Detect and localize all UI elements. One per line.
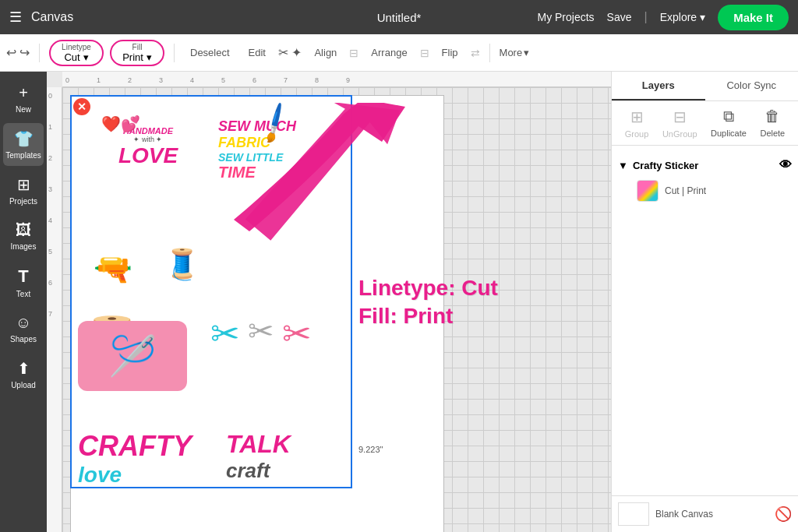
panel-tabs: Layers Color Sync <box>612 72 798 101</box>
document-title[interactable]: Untitled* <box>377 11 422 24</box>
svg-text:3: 3 <box>159 76 163 84</box>
ungroup-action[interactable]: ⊟ UnGroup <box>662 107 697 139</box>
svg-text:6: 6 <box>48 279 52 287</box>
sidebar-item-label: Images <box>11 242 37 251</box>
nav-divider: | <box>644 10 648 24</box>
linetype-chevron-icon: ▾ <box>83 51 89 63</box>
visibility-icon[interactable]: 👁 <box>779 158 792 172</box>
sidebar-item-projects[interactable]: ⊞ Projects <box>3 169 44 212</box>
app-name: Canvas <box>31 10 73 24</box>
shapes-icon: ☺ <box>16 314 31 332</box>
delete-action[interactable]: 🗑 Delete <box>760 107 785 139</box>
annotation-text: Linetype: Cut Fill: Print <box>358 274 498 331</box>
tab-layers[interactable]: Layers <box>612 72 705 100</box>
undo-button[interactable]: ↩ <box>6 45 16 60</box>
align-icon: ⊟ <box>349 47 358 59</box>
duplicate-icon: ⧉ <box>723 107 734 125</box>
svg-text:2: 2 <box>128 76 132 84</box>
canvas-footer-thumb <box>618 502 649 526</box>
duplicate-action[interactable]: ⧉ Duplicate <box>711 107 747 139</box>
svg-text:7: 7 <box>48 310 52 318</box>
handmade-love-element[interactable]: HANDMADE ✦ with ✦ LOVE ❤️💕 <box>94 126 203 220</box>
flip-icon: ⇄ <box>471 47 480 59</box>
explore-button[interactable]: Explore ▾ <box>660 11 705 23</box>
ungroup-icon: ⊟ <box>673 107 687 126</box>
make-it-button[interactable]: Make It <box>718 5 789 30</box>
sidebar-item-label: Text <box>16 290 30 298</box>
collapse-icon: ▼ <box>618 160 628 171</box>
flip-button[interactable]: Flip <box>436 44 464 62</box>
svg-text:4: 4 <box>190 76 194 84</box>
layer-group-header[interactable]: ▼ Crafty Sticker 👁 <box>618 155 792 175</box>
upload-icon: ⬆ <box>17 359 30 378</box>
sidebar-item-shapes[interactable]: ☺ Shapes <box>3 308 44 350</box>
edit-icon[interactable]: ✂ ✦ <box>278 45 302 60</box>
svg-text:9: 9 <box>346 76 350 84</box>
svg-text:6: 6 <box>252 76 256 84</box>
panel-footer: Blank Canvas 🚫 <box>612 495 798 532</box>
redo-button[interactable]: ↪ <box>19 45 30 60</box>
svg-text:0: 0 <box>65 76 69 84</box>
canvas-grid[interactable]: ✕ HANDMADE ✦ with ✦ LOVE ❤️💕 SEW MUCH FA… <box>62 87 611 532</box>
arrange-icon: ⊟ <box>420 47 429 59</box>
separator-3 <box>489 44 490 62</box>
measure-label: 9.223" <box>358 445 383 454</box>
layer-thumbnail <box>637 180 659 202</box>
sewing-machine-body[interactable]: 🪡 <box>78 321 187 391</box>
glue-gun-element[interactable]: 🔫 <box>94 251 132 287</box>
projects-icon: ⊞ <box>17 175 30 194</box>
linetype-selector[interactable]: Linetype Cut ▾ <box>49 40 104 66</box>
spool-element[interactable]: 🧵 <box>164 247 200 281</box>
images-icon: 🖼 <box>16 221 31 239</box>
more-button[interactable]: More ▾ <box>500 47 530 58</box>
canvas-footer-label: Blank Canvas <box>655 509 713 520</box>
sidebar-item-new[interactable]: + New <box>3 78 44 120</box>
svg-text:4: 4 <box>48 217 52 224</box>
svg-text:1: 1 <box>97 76 101 84</box>
talk-craft-element[interactable]: TALK craft <box>226 430 291 483</box>
deselect-button[interactable]: Deselect <box>184 44 236 62</box>
chevron-down-icon: ▾ <box>700 11 705 23</box>
scissors-element[interactable]: ✂ ✂ ✂ <box>210 313 312 354</box>
save-link[interactable]: Save <box>607 11 632 23</box>
group-icon: ⊞ <box>630 107 644 126</box>
group-action[interactable]: ⊞ Group <box>625 107 649 139</box>
ruler-vertical: 0 1 2 3 4 5 6 7 <box>47 87 62 532</box>
group-name: Crafty Sticker <box>633 160 699 171</box>
main-area: + New 👕 Templates ⊞ Projects 🖼 Images T … <box>0 72 798 532</box>
arrange-button[interactable]: Arrange <box>365 44 413 62</box>
linetype-label: Linetype <box>62 43 91 51</box>
templates-icon: 👕 <box>14 129 34 148</box>
svg-text:0: 0 <box>48 92 52 100</box>
tab-color-sync[interactable]: Color Sync <box>705 72 799 100</box>
my-projects-link[interactable]: My Projects <box>537 11 594 23</box>
delete-icon: 🗑 <box>764 107 780 125</box>
layer-label: Cut | Print <box>665 185 706 196</box>
toolbar: ↩ ↪ Linetype Cut ▾ Fill Print ▾ Deselect… <box>0 34 798 72</box>
sidebar-item-images[interactable]: 🖼 Images <box>3 215 44 257</box>
sidebar-item-label: Shapes <box>10 335 37 344</box>
footer-visibility-icon[interactable]: 🚫 <box>775 506 792 523</box>
close-button[interactable]: ✕ <box>73 98 90 115</box>
fill-selector[interactable]: Fill Print ▾ <box>110 40 164 66</box>
panel-actions: ⊞ Group ⊟ UnGroup ⧉ Duplicate 🗑 Delete <box>612 101 798 146</box>
canvas-area[interactable]: 0 1 2 3 4 5 6 7 8 9 0 1 2 3 4 5 6 7 <box>47 72 611 532</box>
layer-item-cut-print[interactable]: Cut | Print <box>618 175 792 206</box>
align-button[interactable]: Align <box>308 44 343 62</box>
sidebar-item-templates[interactable]: 👕 Templates <box>3 123 44 166</box>
svg-text:2: 2 <box>48 154 52 162</box>
svg-text:8: 8 <box>315 76 319 84</box>
hamburger-menu[interactable]: ☰ <box>9 9 22 26</box>
text-icon: T <box>18 266 28 287</box>
edit-button[interactable]: Edit <box>242 44 272 62</box>
crafty-text-element[interactable]: CRAFTY love <box>78 430 192 488</box>
undo-redo-group: ↩ ↪ <box>6 45 30 60</box>
fill-value: Print ▾ <box>122 51 152 63</box>
svg-text:3: 3 <box>48 185 52 193</box>
more-chevron-icon: ▾ <box>524 47 529 58</box>
sidebar-item-label: New <box>16 105 31 114</box>
sidebar-item-text[interactable]: T Text <box>3 260 44 305</box>
layers-section: ▼ Crafty Sticker 👁 Cut | Print <box>612 146 798 495</box>
sidebar-item-upload[interactable]: ⬆ Upload <box>3 353 44 396</box>
ruler-horizontal: 0 1 2 3 4 5 6 7 8 9 <box>62 72 611 87</box>
